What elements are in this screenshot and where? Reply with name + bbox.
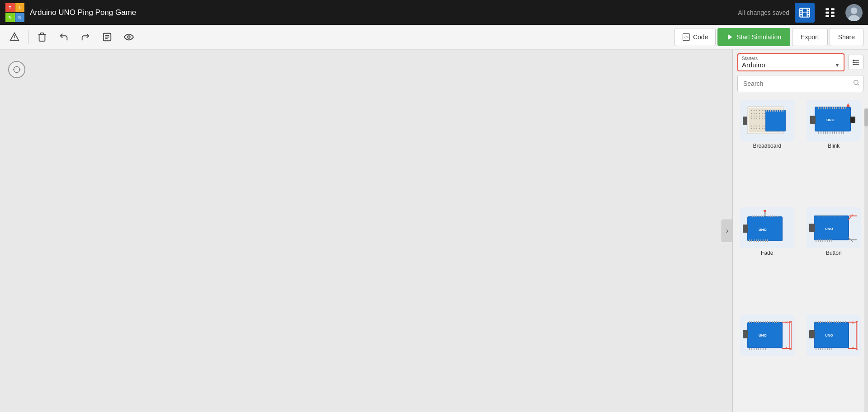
search-input[interactable] <box>737 75 863 92</box>
visibility-button[interactable] <box>119 27 139 47</box>
svg-rect-201 <box>827 239 828 242</box>
fade-svg: UNO <box>743 210 792 245</box>
saved-status: All changes saved <box>738 9 789 16</box>
component-button[interactable]: UNO <box>804 207 864 307</box>
svg-rect-55 <box>751 113 752 114</box>
svg-rect-185 <box>772 215 773 217</box>
svg-rect-144 <box>841 107 842 109</box>
svg-rect-223 <box>749 321 750 323</box>
code-button[interactable]: </> Code <box>675 28 716 46</box>
svg-rect-158 <box>843 131 844 134</box>
scrollbar-track <box>864 108 868 412</box>
svg-rect-121 <box>772 110 773 112</box>
svg-rect-272 <box>825 348 826 350</box>
svg-rect-273 <box>827 348 828 350</box>
svg-rect-210 <box>834 215 835 216</box>
component-blink[interactable]: UNO <box>804 100 864 200</box>
svg-rect-11 <box>831 11 835 13</box>
svg-rect-255 <box>818 321 819 323</box>
svg-rect-257 <box>822 321 823 323</box>
svg-rect-145 <box>843 107 844 109</box>
svg-rect-234 <box>774 321 775 323</box>
svg-rect-10 <box>826 11 829 13</box>
svg-rect-143 <box>839 107 840 109</box>
svg-rect-258 <box>825 321 826 323</box>
undo-button[interactable] <box>54 27 74 47</box>
comp5-svg: UNO × × <box>743 318 792 353</box>
film-icon <box>799 7 811 19</box>
svg-rect-126 <box>781 110 782 112</box>
svg-rect-226 <box>756 321 757 323</box>
svg-rect-107 <box>762 128 763 129</box>
component-breadboard[interactable]: Breadboard <box>737 100 797 200</box>
svg-rect-80 <box>754 118 755 119</box>
notes-button[interactable] <box>97 27 117 47</box>
code-label: Code <box>693 33 708 41</box>
share-button[interactable]: Share <box>830 28 863 46</box>
svg-rect-173 <box>760 239 761 242</box>
svg-rect-243 <box>763 348 764 350</box>
svg-rect-256 <box>820 321 821 323</box>
component-6[interactable]: UNO × × <box>804 315 864 408</box>
svg-point-15 <box>851 7 858 14</box>
svg-rect-122 <box>774 110 774 112</box>
svg-rect-59 <box>762 113 763 114</box>
panel-collapse-button[interactable]: › <box>722 220 732 242</box>
component-5[interactable]: UNO × × <box>737 315 797 408</box>
svg-rect-60 <box>764 113 765 114</box>
svg-rect-153 <box>832 131 833 134</box>
svg-rect-207 <box>825 215 826 216</box>
svg-rect-140 <box>832 107 833 109</box>
scrollbar-thumb[interactable] <box>864 108 868 126</box>
export-label: Export <box>801 33 819 41</box>
svg-rect-230 <box>765 321 766 323</box>
comp5-thumb: UNO × × <box>740 315 794 356</box>
delete-button[interactable] <box>32 27 52 47</box>
delete-icon <box>37 32 47 42</box>
svg-rect-204 <box>818 215 819 216</box>
grid-menu-button[interactable] <box>820 3 840 23</box>
svg-rect-164 <box>743 225 748 233</box>
user-avatar[interactable] <box>845 4 863 21</box>
tinkercad-logo[interactable]: T I N K <box>5 3 24 22</box>
component-fade[interactable]: UNO <box>737 207 797 307</box>
blink-thumb: UNO <box>807 100 861 141</box>
svg-rect-225 <box>754 321 755 323</box>
svg-rect-187 <box>777 215 778 217</box>
svg-rect-248 <box>809 330 815 338</box>
search-bar <box>737 75 863 92</box>
svg-rect-251 <box>856 321 858 349</box>
shape-icon <box>9 32 19 42</box>
code-icon: </> <box>682 33 690 41</box>
list-view-toggle[interactable] <box>848 55 863 70</box>
starters-dropdown[interactable]: Starters Arduino ▼ <box>737 53 844 71</box>
svg-rect-179 <box>756 215 757 217</box>
svg-text:UNO: UNO <box>759 333 767 337</box>
svg-rect-48 <box>764 110 765 111</box>
film-icon-button[interactable] <box>795 3 815 23</box>
svg-rect-211 <box>836 215 837 216</box>
canvas-area[interactable]: › <box>0 50 732 412</box>
search-button[interactable] <box>853 79 860 88</box>
svg-line-40 <box>858 84 859 85</box>
fade-label: Fade <box>761 250 773 256</box>
play-icon <box>726 33 734 41</box>
list-icon <box>852 58 860 66</box>
svg-rect-151 <box>827 131 828 134</box>
svg-rect-103 <box>751 128 752 129</box>
reset-view-button[interactable] <box>8 61 25 78</box>
redo-button[interactable] <box>75 27 95 47</box>
svg-rect-200 <box>825 239 826 242</box>
svg-rect-178 <box>754 215 755 217</box>
svg-text:×: × <box>852 346 854 350</box>
svg-rect-104 <box>754 128 755 129</box>
comp6-svg: UNO × × <box>809 318 858 353</box>
export-button[interactable]: Export <box>792 28 827 46</box>
shape-tool-button[interactable] <box>5 27 24 47</box>
svg-rect-213 <box>841 215 842 216</box>
svg-rect-83 <box>762 118 763 119</box>
svg-rect-57 <box>756 113 757 114</box>
start-simulation-button[interactable]: Start Simulation <box>717 28 790 46</box>
svg-rect-194 <box>849 215 857 216</box>
svg-rect-205 <box>821 215 821 216</box>
